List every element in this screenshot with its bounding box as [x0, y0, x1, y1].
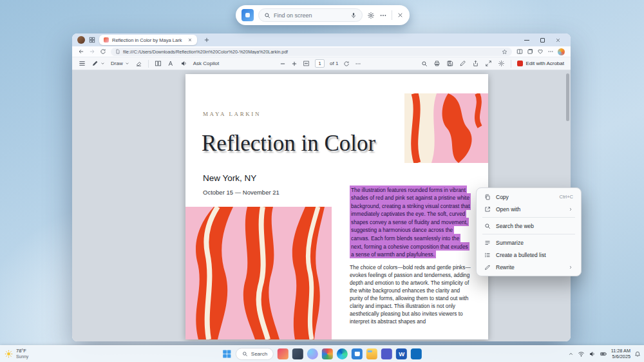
tab-close-icon[interactable]: [187, 37, 193, 43]
zoom-in-icon[interactable]: [291, 61, 298, 67]
document-title: Reflection in Color: [202, 131, 375, 157]
fit-to-width-icon[interactable]: [303, 60, 310, 67]
pdf-toolbar-right: Edit with Acrobat: [421, 60, 564, 68]
collections-icon[interactable]: [527, 48, 533, 55]
artwork-bottom-left: [185, 207, 332, 339]
taskbar-clock[interactable]: 11:28 AM 5/6/2025: [611, 348, 630, 359]
page-view-icon[interactable]: [155, 60, 162, 67]
context-menu-rewrite[interactable]: Rewrite: [479, 261, 578, 273]
text-size-icon[interactable]: [167, 60, 175, 67]
browser-more-icon[interactable]: [547, 48, 554, 55]
copilot-vision-icon[interactable]: [242, 9, 254, 21]
copy-icon: [484, 194, 491, 200]
active-tab[interactable]: Reflection in Color by Maya Lark: [99, 35, 197, 45]
draw-menu[interactable]: Draw: [111, 61, 129, 66]
taskbar-app-photos-icon[interactable]: [278, 348, 289, 359]
pdf-page[interactable]: MAYA LARKIN Reflection in Color New York…: [185, 74, 488, 339]
find-on-screen-searchbox[interactable]: [258, 8, 363, 22]
zoom-out-icon[interactable]: [279, 61, 286, 67]
pen-tool[interactable]: [91, 60, 105, 67]
window-close-button[interactable]: [550, 34, 565, 46]
taskbar-app-teams-icon[interactable]: [381, 348, 392, 359]
ask-copilot-button[interactable]: Ask Copilot: [193, 61, 219, 66]
start-button[interactable]: [222, 349, 232, 359]
save-icon[interactable]: [446, 60, 453, 67]
tab-favicon: [104, 37, 109, 43]
document-dates: October 15 — November 21: [203, 189, 279, 196]
document-icon: [115, 49, 120, 54]
workspaces-icon[interactable]: [89, 37, 95, 43]
clock-date: 5/6/2025: [611, 354, 630, 360]
new-tab-button[interactable]: [204, 37, 210, 43]
taskbar-app-file-explorer-icon[interactable]: [366, 348, 377, 359]
forward-icon[interactable]: [89, 48, 95, 55]
taskbar-app-copilot-icon[interactable]: [307, 348, 318, 359]
taskbar-search-box[interactable]: Search: [236, 348, 274, 360]
taskbar-app-store-icon[interactable]: [352, 348, 363, 359]
divider: [392, 10, 392, 20]
context-menu-create-bulleted-list[interactable]: Create a bulleted list: [479, 249, 578, 261]
minimize-button[interactable]: [519, 34, 535, 46]
bulleted-list-icon: [484, 252, 491, 258]
more-tools-icon[interactable]: [355, 61, 361, 67]
more-options-icon[interactable]: [379, 12, 387, 19]
taskbar-center: Search W: [222, 346, 422, 362]
share-icon[interactable]: [472, 60, 479, 67]
url-field[interactable]: file:///C:/Users/Downloads/Reflection%20…: [111, 48, 512, 56]
back-icon[interactable]: [78, 48, 84, 55]
eraser-icon[interactable]: [135, 60, 142, 67]
context-menu-search-web[interactable]: Search the web: [479, 220, 578, 232]
weather-temp: 78°F: [16, 348, 28, 354]
microphone-icon[interactable]: [350, 12, 357, 19]
notifications-bell-icon[interactable]: [634, 351, 641, 357]
menu-separator: [482, 234, 575, 234]
context-menu-copy[interactable]: Copy Ctrl+C: [479, 191, 578, 203]
context-menu-summarize[interactable]: Summarize: [479, 236, 578, 249]
taskbar-app-outlook-icon[interactable]: [411, 348, 422, 359]
edit-icon[interactable]: [459, 60, 466, 67]
tray-chevron-up-icon[interactable]: [568, 351, 574, 357]
document-author: MAYA LARKIN: [203, 111, 261, 117]
wifi-icon[interactable]: [578, 350, 585, 357]
volume-icon[interactable]: [589, 350, 596, 357]
taskbar-app-word-icon[interactable]: W: [396, 348, 407, 359]
rewrite-icon: [484, 264, 491, 271]
taskbar-weather-widget[interactable]: 78°F Sunny: [5, 346, 28, 362]
pdf-toolbar: Draw Ask Copilot of 1: [72, 57, 571, 70]
rotate-icon[interactable]: [343, 61, 350, 67]
refresh-icon[interactable]: [100, 48, 106, 55]
table-of-contents-icon[interactable]: [79, 60, 86, 67]
split-screen-icon[interactable]: [516, 48, 523, 55]
find-in-document-icon[interactable]: [421, 61, 428, 67]
page-number-input[interactable]: [315, 59, 325, 68]
print-icon[interactable]: [433, 60, 440, 67]
draw-label: Draw: [111, 61, 123, 66]
battery-icon[interactable]: [600, 350, 607, 357]
body-paragraph[interactable]: The choice of colors—bold reds and gentl…: [350, 264, 472, 325]
find-on-screen-input[interactable]: [274, 12, 347, 19]
edit-with-acrobat-button[interactable]: Edit with Acrobat: [517, 61, 564, 66]
document-text-column: The illustration features rounded forms …: [350, 186, 472, 326]
taskbar-app-settings-icon[interactable]: [292, 348, 303, 359]
maximize-button[interactable]: [535, 34, 550, 46]
read-aloud-icon[interactable]: [180, 60, 187, 67]
favorites-star-icon[interactable]: [502, 49, 507, 55]
scrollbar-thumb[interactable]: [566, 73, 569, 121]
highlighted-paragraph[interactable]: The illustration features rounded forms …: [350, 186, 472, 258]
taskbar-app-edge-icon[interactable]: [337, 348, 348, 359]
page-total-label: of 1: [330, 61, 338, 66]
browser-profile-avatar[interactable]: [558, 48, 565, 55]
taskbar-app-microsoft-365-icon[interactable]: [322, 348, 333, 359]
context-menu-open-with[interactable]: Open with: [479, 203, 578, 215]
taskbar: 78°F Sunny Search W 11:28 AM 5/6/2025: [0, 345, 644, 362]
close-icon[interactable]: [397, 12, 404, 19]
settings-gear-icon[interactable]: [367, 12, 375, 19]
url-text: file:///C:/Users/Downloads/Reflection%20…: [123, 50, 499, 54]
find-on-screen-toolbar: [236, 5, 410, 25]
chevron-down-icon: [100, 61, 105, 66]
open-with-icon: [484, 206, 491, 213]
browser-essentials-heart-icon[interactable]: [537, 48, 544, 55]
fullscreen-icon[interactable]: [485, 60, 492, 67]
profile-avatar[interactable]: [77, 36, 85, 44]
pdf-settings-gear-icon[interactable]: [498, 60, 505, 67]
